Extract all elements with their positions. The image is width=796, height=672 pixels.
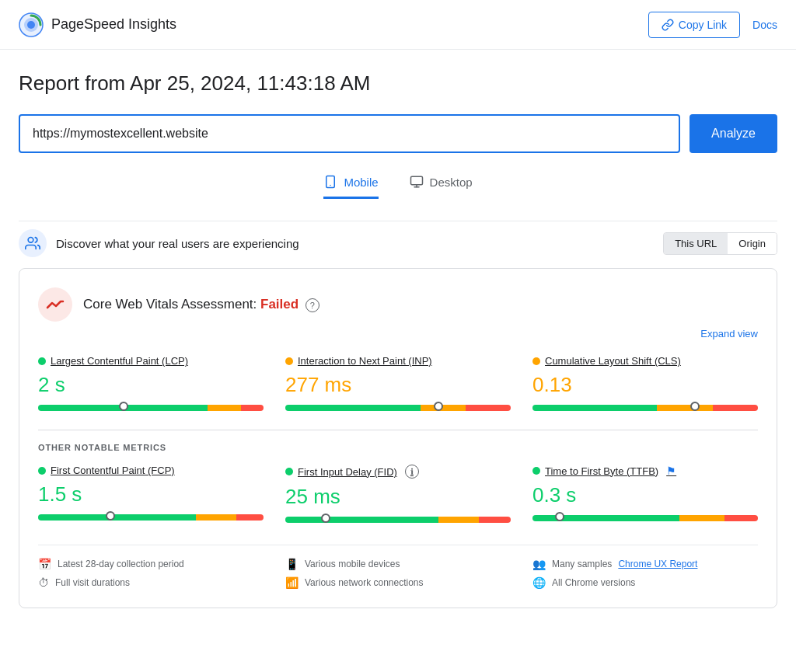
calendar-icon: 📅 bbox=[38, 558, 51, 570]
fid-marker bbox=[321, 514, 330, 523]
cwv-title: Core Web Vitals Assessment: Failed ? bbox=[83, 297, 319, 312]
lcp-bar-red bbox=[241, 405, 264, 411]
fcp-bar-green bbox=[38, 514, 196, 521]
metric-fid: First Input Delay (FID) ℹ 25 ms bbox=[285, 465, 511, 526]
lcp-dot bbox=[38, 357, 46, 365]
fid-bar-green bbox=[285, 517, 438, 523]
metric-cls-name[interactable]: Cumulative Layout Shift (CLS) bbox=[532, 355, 758, 367]
url-bar: Analyze bbox=[19, 114, 777, 153]
expand-view-link[interactable]: Expand view bbox=[38, 328, 758, 339]
lcp-marker bbox=[119, 402, 128, 411]
inp-bar bbox=[285, 405, 511, 411]
metric-cls: Cumulative Layout Shift (CLS) 0.13 bbox=[532, 355, 758, 414]
section-divider bbox=[38, 430, 758, 430]
timer-icon: ⏱ bbox=[38, 576, 49, 589]
ttfb-flag-icon: ⚑ bbox=[666, 465, 676, 477]
logo-text: PageSpeed Insights bbox=[51, 16, 176, 33]
ttfb-bar-red bbox=[724, 515, 759, 521]
metric-fcp-value: 1.5 s bbox=[38, 482, 264, 507]
header-actions: Copy Link Docs bbox=[648, 12, 777, 38]
cwv-status-icon bbox=[38, 287, 72, 322]
other-metrics-grid: First Contentful Paint (FCP) 1.5 s First… bbox=[38, 465, 758, 526]
metric-fcp-name[interactable]: First Contentful Paint (FCP) bbox=[38, 465, 264, 476]
fid-bar bbox=[285, 517, 511, 523]
analyze-button[interactable]: Analyze bbox=[690, 114, 777, 153]
metric-fcp: First Contentful Paint (FCP) 1.5 s bbox=[38, 465, 264, 526]
cls-bar-red bbox=[713, 405, 758, 411]
metric-ttfb-name[interactable]: Time to First Byte (TTFB) ⚑ bbox=[532, 465, 758, 477]
metric-inp-value: 277 ms bbox=[285, 373, 511, 397]
lcp-bar-orange bbox=[208, 405, 242, 411]
link-icon bbox=[662, 19, 674, 31]
docs-link[interactable]: Docs bbox=[752, 19, 777, 31]
main-content: Report from Apr 25, 2024, 11:43:18 AM An… bbox=[0, 50, 796, 608]
inp-dot bbox=[285, 357, 293, 365]
mobile-icon bbox=[323, 175, 337, 189]
this-url-button[interactable]: This URL bbox=[664, 233, 728, 254]
pagespeed-logo-icon bbox=[19, 12, 44, 37]
cwv-status: Failed bbox=[260, 297, 298, 312]
metric-fid-name[interactable]: First Input Delay (FID) ℹ bbox=[285, 465, 511, 479]
metric-lcp-value: 2 s bbox=[38, 373, 264, 397]
desktop-icon bbox=[410, 175, 424, 189]
footer-item-visits: ⏱ Full visit durations bbox=[38, 576, 264, 589]
svg-point-8 bbox=[28, 238, 33, 243]
metric-inp: Interaction to Next Paint (INP) 277 ms bbox=[285, 355, 511, 414]
report-title: Report from Apr 25, 2024, 11:43:18 AM bbox=[19, 71, 777, 96]
fcp-bar bbox=[38, 514, 264, 521]
fid-bar-orange bbox=[438, 517, 479, 523]
fcp-marker bbox=[106, 511, 115, 521]
mobile-devices-icon: 📱 bbox=[285, 558, 298, 570]
footer-item-chrome: 🌐 All Chrome versions bbox=[532, 576, 758, 589]
cls-dot bbox=[532, 357, 540, 365]
footer-item-collection: 📅 Latest 28-day collection period bbox=[38, 558, 264, 570]
ttfb-dot bbox=[532, 467, 540, 475]
cwv-info-icon[interactable]: ? bbox=[305, 298, 319, 312]
real-users-text: Discover what your real users are experi… bbox=[56, 237, 299, 250]
footer-item-devices: 📱 Various mobile devices bbox=[285, 558, 511, 570]
fid-bar-red bbox=[479, 517, 511, 523]
cwv-card: Core Web Vitals Assessment: Failed ? Exp… bbox=[19, 268, 777, 608]
inp-bar-red bbox=[466, 405, 511, 411]
metric-fid-value: 25 ms bbox=[285, 485, 511, 509]
real-users-bar: Discover what your real users are experi… bbox=[19, 221, 777, 268]
origin-button[interactable]: Origin bbox=[728, 233, 777, 254]
svg-point-2 bbox=[27, 21, 35, 29]
cwv-header: Core Web Vitals Assessment: Failed ? bbox=[38, 287, 758, 322]
globe-icon: 🌐 bbox=[532, 576, 546, 589]
users-icon bbox=[19, 229, 47, 257]
fcp-bar-red bbox=[236, 514, 264, 521]
tab-desktop[interactable]: Desktop bbox=[410, 175, 473, 199]
cwv-metrics-grid: Largest Contentful Paint (LCP) 2 s Inter… bbox=[38, 355, 758, 414]
header: PageSpeed Insights Copy Link Docs bbox=[0, 0, 796, 50]
metric-cls-value: 0.13 bbox=[532, 373, 758, 397]
cls-bar-green bbox=[532, 405, 657, 411]
url-input[interactable] bbox=[19, 114, 680, 153]
svg-rect-5 bbox=[410, 176, 422, 185]
copy-link-button[interactable]: Copy Link bbox=[648, 12, 740, 38]
metric-ttfb: Time to First Byte (TTFB) ⚑ 0.3 s bbox=[532, 465, 758, 526]
ttfb-bar-orange bbox=[679, 515, 724, 521]
inp-bar-green bbox=[285, 405, 421, 411]
footer-item-samples: 👥 Many samples Chrome UX Report bbox=[532, 558, 758, 570]
logo-container: PageSpeed Insights bbox=[19, 12, 176, 37]
network-icon: 📶 bbox=[285, 576, 298, 589]
footer-info: 📅 Latest 28-day collection period 📱 Vari… bbox=[38, 545, 758, 589]
fid-info-icon[interactable]: ℹ bbox=[405, 465, 419, 479]
chrome-ux-link[interactable]: Chrome UX Report bbox=[618, 559, 697, 569]
metric-lcp-name[interactable]: Largest Contentful Paint (LCP) bbox=[38, 355, 264, 367]
metric-ttfb-value: 0.3 s bbox=[532, 483, 758, 507]
cls-marker bbox=[690, 402, 700, 411]
tab-mobile[interactable]: Mobile bbox=[323, 175, 378, 199]
cls-bar bbox=[532, 405, 758, 411]
metric-lcp: Largest Contentful Paint (LCP) 2 s bbox=[38, 355, 264, 414]
other-metrics-label: OTHER NOTABLE METRICS bbox=[38, 443, 758, 452]
ttfb-marker bbox=[555, 512, 564, 521]
metric-inp-name[interactable]: Interaction to Next Paint (INP) bbox=[285, 355, 511, 367]
real-users-left: Discover what your real users are experi… bbox=[19, 229, 299, 257]
fcp-bar-orange bbox=[196, 514, 236, 521]
url-origin-toggle: This URL Origin bbox=[663, 232, 777, 255]
inp-marker bbox=[434, 402, 443, 411]
fid-dot bbox=[285, 468, 293, 475]
ttfb-bar bbox=[532, 515, 758, 521]
